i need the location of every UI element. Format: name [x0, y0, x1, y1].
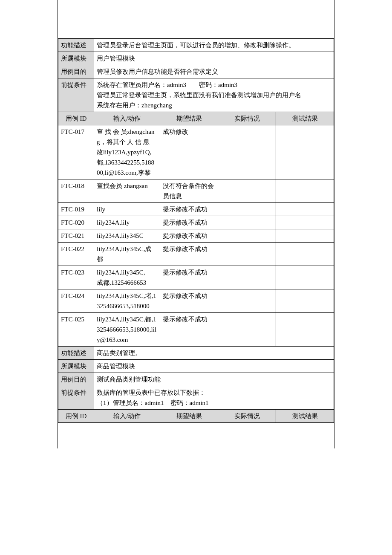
table-row: FTC-018 查找会员 zhangsan 没有符合条件的会员信息	[58, 179, 334, 203]
case-expect: 提示修改不成功	[160, 216, 218, 229]
case-input: lily234A,lily345C,都,13254666653,518000,l…	[94, 313, 160, 347]
case-input: 查 找 会 员zhengchang，将其个 人 信 息 改lily123A,yp…	[94, 125, 160, 179]
case-result	[276, 229, 334, 243]
case-result	[276, 243, 334, 266]
case-expect: 成功修改	[160, 125, 218, 179]
label-purpose-2: 用例目的	[58, 373, 94, 386]
table-row: FTC-017 查 找 会 员zhengchang，将其个 人 信 息 改lil…	[58, 125, 334, 179]
case-result	[276, 216, 334, 229]
case-expect: 提示修改不成功	[160, 289, 218, 313]
value-module-2: 商品管理模块	[94, 360, 334, 373]
case-id: FTC-019	[58, 203, 94, 216]
case-actual	[218, 266, 276, 289]
label-module-2: 所属模块	[58, 360, 94, 373]
case-id: FTC-022	[58, 243, 94, 266]
label-funcdesc: 功能描述	[58, 39, 94, 52]
label-purpose: 用例目的	[58, 65, 94, 78]
case-actual	[218, 125, 276, 179]
case-input: lily234A,lily345C, 成都,13254666653	[94, 266, 160, 289]
case-input: lily234A,lily345C	[94, 229, 160, 243]
label-module: 所属模块	[58, 52, 94, 65]
col-input-2: 输入/动作	[94, 410, 160, 423]
case-input: 查找会员 zhangsan	[94, 179, 160, 203]
case-actual	[218, 216, 276, 229]
value-funcdesc-2: 商品类别管理。	[94, 347, 334, 360]
case-id: FTC-021	[58, 229, 94, 243]
case-actual	[218, 203, 276, 216]
case-id: FTC-023	[58, 266, 94, 289]
case-result	[276, 313, 334, 347]
value-purpose-2: 测试商品类别管理功能	[94, 373, 334, 386]
col-expect: 期望结果	[160, 112, 218, 125]
value-precond-2: 数据库的管理员表中已存放以下数据： （1）管理员名：admin1 密码：admi…	[94, 386, 334, 410]
test-case-table: 功能描述 管理员登录后台管理主页面，可以进行会员的增加、修改和删除操作。 所属模…	[58, 38, 334, 423]
case-expect: 提示修改不成功	[160, 313, 218, 347]
case-id: FTC-024	[58, 289, 94, 313]
col-id: 用例 ID	[58, 112, 94, 125]
case-actual	[218, 289, 276, 313]
case-actual	[218, 179, 276, 203]
case-expect: 提示修改不成功	[160, 266, 218, 289]
table-row: FTC-023 lily234A,lily345C, 成都,1325466665…	[58, 266, 334, 289]
table-row: FTC-024 lily234A,lily345C,堵,13254666653,…	[58, 289, 334, 313]
case-expect: 提示修改不成功	[160, 229, 218, 243]
case-result	[276, 289, 334, 313]
value-purpose: 管理员修改用户信息功能是否符合需求定义	[94, 65, 334, 78]
col-result: 测试结果	[276, 112, 334, 125]
case-expect: 没有符合条件的会员信息	[160, 179, 218, 203]
label-funcdesc-2: 功能描述	[58, 347, 94, 360]
case-expect: 提示修改不成功	[160, 203, 218, 216]
case-actual	[218, 243, 276, 266]
col-input: 输入/动作	[94, 112, 160, 125]
value-precond: 系统存在管理员用户名：admin3 密码：admin3 管理员正常登录管理主页，…	[94, 78, 334, 112]
value-module: 用户管理模块	[94, 52, 334, 65]
case-id: FTC-018	[58, 179, 94, 203]
table-row: FTC-019 lily 提示修改不成功	[58, 203, 334, 216]
table-row: FTC-025 lily234A,lily345C,都,13254666653,…	[58, 313, 334, 347]
precond2-line2: （1）管理员名：admin1 密码：admin1	[97, 399, 209, 406]
col-actual: 实际情况	[218, 112, 276, 125]
case-expect: 提示修改不成功	[160, 243, 218, 266]
col-expect-2: 期望结果	[160, 410, 218, 423]
case-result	[276, 125, 334, 179]
precond2-line1: 数据库的管理员表中已存放以下数据：	[97, 389, 205, 396]
case-actual	[218, 229, 276, 243]
value-funcdesc: 管理员登录后台管理主页面，可以进行会员的增加、修改和删除操作。	[94, 39, 334, 52]
case-result	[276, 203, 334, 216]
table-row: FTC-020 lily234A,lily 提示修改不成功	[58, 216, 334, 229]
precond-line1: 系统存在管理员用户名：admin3 密码：admin3	[97, 81, 237, 88]
col-actual-2: 实际情况	[218, 410, 276, 423]
label-precond-2: 前提条件	[58, 386, 94, 410]
case-input: lily234A,lily	[94, 216, 160, 229]
label-precond: 前提条件	[58, 78, 94, 112]
case-input: lily234A,lily345C,堵,13254666653,518000	[94, 289, 160, 313]
case-result	[276, 266, 334, 289]
col-result-2: 测试结果	[276, 410, 334, 423]
case-id: FTC-025	[58, 313, 94, 347]
precond-line2: 管理员正常登录管理主页，系统里面没有我们准备测试增加用户的用户名	[97, 92, 301, 98]
table-row: FTC-022 lily234A,lily345C,成都 提示修改不成功	[58, 243, 334, 266]
table-row: FTC-021 lily234A,lily345C 提示修改不成功	[58, 229, 334, 243]
case-id: FTC-017	[58, 125, 94, 179]
case-id: FTC-020	[58, 216, 94, 229]
case-result	[276, 179, 334, 203]
precond-line3: 系统存在用户：zhengchang	[97, 102, 172, 109]
case-input: lily	[94, 203, 160, 216]
col-id-2: 用例 ID	[58, 410, 94, 423]
case-input: lily234A,lily345C,成都	[94, 243, 160, 266]
case-actual	[218, 313, 276, 347]
